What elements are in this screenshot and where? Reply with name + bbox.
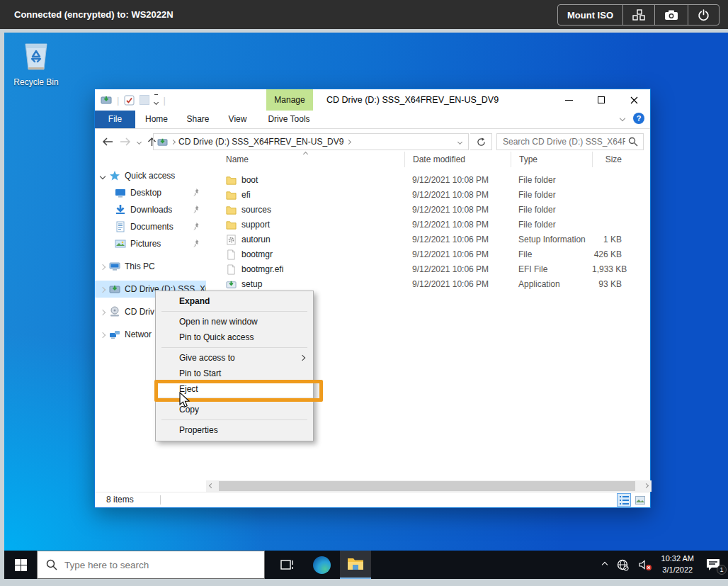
menu-item-give-access[interactable]: Give access to	[156, 350, 313, 366]
expand-chevron-icon	[100, 264, 106, 270]
search-icon[interactable]	[628, 137, 638, 147]
properties-icon[interactable]	[124, 95, 135, 106]
scrollbar-thumb[interactable]	[219, 481, 635, 491]
new-folder-icon[interactable]	[140, 95, 149, 105]
column-header-size[interactable]: Size	[592, 152, 652, 167]
help-icon[interactable]: ?	[633, 113, 644, 124]
tab-share[interactable]: Share	[178, 111, 218, 128]
minimize-icon	[565, 100, 573, 101]
start-button[interactable]	[4, 551, 37, 579]
screenshot-button[interactable]	[654, 5, 688, 25]
horizontal-scrollbar[interactable]	[206, 480, 652, 492]
address-dropdown-icon[interactable]	[457, 140, 462, 145]
column-headers: Name Date modified Type Size	[206, 152, 652, 167]
column-header-date[interactable]: Date modified	[404, 152, 511, 167]
pin-icon	[193, 222, 200, 230]
menu-item-properties[interactable]: Properties	[156, 422, 313, 438]
desktop-icon	[115, 187, 126, 198]
taskbar-search[interactable]	[37, 551, 265, 579]
taskbar-clock[interactable]: 10:32 AM 3/1/2022	[657, 553, 698, 576]
refresh-button[interactable]	[470, 133, 492, 150]
recycle-bin[interactable]: Recycle Bin	[8, 38, 64, 87]
hidden-icons-button[interactable]	[598, 551, 612, 579]
column-header-type[interactable]: Type	[511, 152, 592, 167]
edge-browser-button[interactable]	[306, 551, 337, 579]
details-view-button[interactable]	[617, 493, 631, 507]
file-row[interactable]: bootmgr.efi 9/12/2021 10:06 PM EFI File …	[206, 262, 652, 277]
nav-item-downloads[interactable]: Downloads	[95, 201, 206, 218]
file-row[interactable]: bootmgr 9/12/2021 10:06 PM File 426 KB	[206, 247, 652, 262]
tab-view[interactable]: View	[218, 111, 257, 128]
file-icon	[226, 249, 237, 260]
search-input[interactable]	[497, 137, 628, 147]
nav-item-desktop[interactable]: Desktop	[95, 184, 206, 201]
windows-logo-icon	[15, 559, 27, 571]
action-center-button[interactable]: 1	[698, 551, 728, 579]
nav-item-pictures[interactable]: Pictures	[95, 235, 206, 252]
search-box[interactable]	[496, 133, 644, 150]
recent-locations-icon[interactable]	[137, 139, 142, 144]
title-bar[interactable]: | | Manage CD Drive (D:) SSS_X64FREV_EN-…	[95, 89, 650, 111]
manage-contextual-tab[interactable]: Manage	[266, 89, 313, 111]
clock-date: 3/1/2022	[661, 565, 694, 576]
menu-item-pin-start[interactable]: Pin to Start	[156, 366, 313, 381]
file-explorer-icon	[347, 557, 364, 571]
folder-icon	[226, 205, 237, 215]
ribbon-right-controls: ?	[620, 113, 644, 124]
menu-item-pin-quick-access[interactable]: Pin to Quick access	[156, 329, 313, 345]
pin-icon	[193, 240, 200, 247]
item-count: 8 items	[106, 492, 134, 507]
file-explorer-button[interactable]	[340, 551, 371, 579]
customize-toolbar-button[interactable]	[154, 94, 158, 106]
file-row[interactable]: efi 9/12/2021 10:08 PM File folder	[206, 188, 652, 203]
file-row[interactable]: autorun 9/12/2021 10:06 PM Setup Informa…	[206, 232, 652, 247]
breadcrumb[interactable]: CD Drive (D:) SSS_X64FREV_EN-US_DV9	[178, 137, 343, 147]
nav-item-this-pc[interactable]: This PC	[95, 258, 206, 275]
network-status[interactable]	[612, 551, 634, 579]
mount-iso-button[interactable]: Mount ISO	[558, 5, 622, 25]
ctrl-alt-del-button[interactable]	[622, 5, 654, 25]
ribbon-tabs: File Home Share View Drive Tools	[95, 111, 650, 129]
nav-item-documents[interactable]: Documents	[95, 218, 206, 235]
view-buttons	[617, 493, 647, 507]
thumbnail-view-button[interactable]	[633, 493, 647, 507]
details-view-icon	[620, 496, 629, 505]
file-row[interactable]: sources 9/12/2021 10:08 PM File folder	[206, 203, 652, 218]
console-button-group: Mount ISO	[557, 4, 720, 26]
file-row[interactable]: boot 9/12/2021 10:08 PM File folder	[206, 173, 652, 188]
scroll-right-icon[interactable]	[644, 483, 649, 488]
taskbar-search-input[interactable]	[64, 560, 264, 570]
power-button[interactable]	[688, 5, 719, 25]
recycle-bin-icon	[20, 38, 52, 72]
file-row[interactable]: support 9/12/2021 10:08 PM File folder	[206, 218, 652, 232]
folder-icon	[226, 190, 237, 201]
breadcrumb-chevron-icon[interactable]	[346, 139, 351, 144]
maximize-button[interactable]	[585, 89, 618, 111]
tab-file[interactable]: File	[95, 111, 135, 128]
address-bar[interactable]: CD Drive (D:) SSS_X64FREV_EN-US_DV9	[153, 133, 469, 150]
scroll-left-icon[interactable]	[209, 483, 214, 488]
volume-muted[interactable]	[634, 551, 657, 579]
menu-item-open-new-window[interactable]: Open in new window	[156, 314, 313, 329]
disc-drive-icon	[109, 306, 120, 317]
tab-drive-tools[interactable]: Drive Tools	[263, 111, 314, 128]
close-icon	[630, 96, 638, 104]
breadcrumb-chevron-icon	[171, 139, 176, 144]
application-icon	[226, 279, 237, 290]
nav-item-label: Documents	[130, 222, 174, 232]
thumbnail-view-icon	[635, 496, 645, 505]
cd-drive-icon	[109, 283, 120, 295]
task-view-button[interactable]	[272, 551, 303, 579]
minimize-button[interactable]	[552, 89, 585, 111]
back-icon[interactable]	[102, 137, 113, 146]
menu-item-expand[interactable]: Expand	[156, 293, 313, 309]
expand-ribbon-icon[interactable]	[620, 115, 625, 121]
tab-home[interactable]: Home	[135, 111, 178, 128]
status-divider	[160, 495, 161, 505]
nav-item-quick-access[interactable]: Quick access	[95, 167, 206, 184]
toolbar-separator: |	[163, 95, 165, 106]
close-button[interactable]	[618, 89, 650, 111]
forward-icon[interactable]	[120, 137, 131, 146]
nav-item-label: Networ	[125, 329, 152, 339]
file-row[interactable]: setup 9/12/2021 10:06 PM Application 93 …	[206, 277, 652, 292]
